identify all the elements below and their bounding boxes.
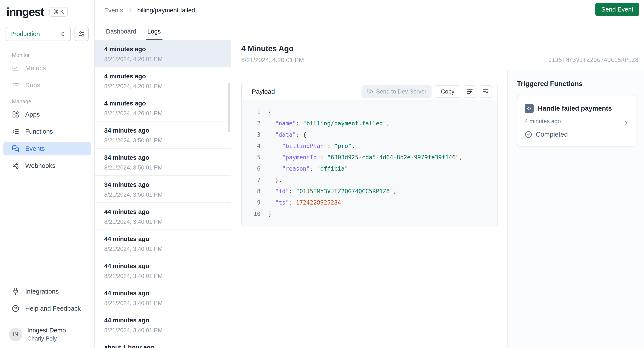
payload-card-header: Payload Send to Dev Server Copy [242, 83, 497, 100]
event-row-relative: 4 minutes ago [104, 46, 231, 53]
sidebar-item-label: Help and Feedback [25, 305, 81, 312]
top-bar: Events billing/payment.failed Dashboard … [94, 0, 644, 40]
code-line: 10 } [242, 208, 497, 220]
event-list-item[interactable]: 34 minutes ago 8/21/2024, 3:50:01 PM [94, 122, 231, 148]
event-row-timestamp: 8/21/2024, 4:20:01 PM [104, 83, 231, 90]
event-row-timestamp: 8/21/2024, 3:40:01 PM [104, 300, 231, 306]
app-window: inngest ⌘ K Production Monitor [0, 0, 644, 348]
sidebar-item-integrations[interactable]: Integrations [4, 284, 91, 298]
triggered-function-card[interactable]: Handle failed payments 4 minutes ago Com… [517, 95, 636, 146]
sidebar-item-events[interactable]: Events [4, 142, 91, 156]
sidebar-item-runs[interactable]: Runs [4, 78, 91, 92]
event-list-item[interactable]: 44 minutes ago 8/21/2024, 3:40:01 PM [94, 257, 231, 284]
line-number: 5 [242, 154, 260, 160]
code-line: 8 "id": "01J5TMY3VJTZ2QG74QCC5RP1Z8", [242, 186, 497, 197]
code-scrollbar-track[interactable] [492, 102, 492, 224]
logs-icon [12, 82, 19, 89]
send-to-dev-server-button[interactable]: Send to Dev Server [362, 86, 432, 98]
line-content: "billingPlan": "pro", [268, 142, 355, 149]
event-list-item[interactable]: about 1 hour ago [94, 338, 231, 348]
check-circle-icon [525, 131, 532, 138]
code-line: 1 { [242, 106, 497, 118]
event-detail-timestamp: 8/21/2024, 4:20:01 PM [241, 56, 304, 64]
event-list-item[interactable]: 44 minutes ago 8/21/2024, 3:40:01 PM [94, 284, 231, 311]
events-messages-icon [12, 145, 19, 152]
code-line: 7 }, [242, 174, 497, 186]
event-row-timestamp: 8/21/2024, 3:50:01 PM [104, 164, 231, 171]
event-list-item[interactable]: 44 minutes ago 8/21/2024, 3:40:01 PM [94, 203, 231, 230]
tab-dashboard[interactable]: Dashboard [104, 28, 138, 40]
event-row-relative: 34 minutes ago [104, 181, 231, 188]
event-list-item[interactable]: 44 minutes ago 8/21/2024, 3:40:01 PM [94, 230, 231, 257]
functions-prompt-icon [12, 128, 19, 135]
nav-section-monitor: Monitor [4, 52, 91, 58]
apps-shapes-icon [12, 111, 19, 118]
event-row-relative: 44 minutes ago [104, 236, 231, 242]
payload-code-area: 1 { 2 "name": "billing/payment.failed", … [242, 100, 497, 226]
sidebar-footer: Integrations Help and Feedback IN Innges… [0, 284, 94, 348]
event-detail-header: 4 Minutes Ago 8/21/2024, 4:20:01 PM 01J5… [231, 40, 644, 70]
send-event-button[interactable]: Send Event [595, 3, 639, 16]
breadcrumb-current: billing/payment.failed [137, 7, 195, 14]
event-list-scrollbar[interactable] [228, 83, 230, 132]
user-menu[interactable]: IN Inngest Demo Charly Poly [4, 321, 91, 348]
line-number: 10 [242, 210, 260, 217]
line-number: 1 [242, 109, 260, 115]
function-status-label: Completed [536, 131, 568, 138]
event-row-relative: 34 minutes ago [104, 127, 231, 134]
environment-selector-value: Production [10, 30, 40, 38]
breadcrumb-events-link[interactable]: Events [104, 7, 123, 14]
line-content: { [268, 109, 272, 115]
copy-button[interactable]: Copy [435, 86, 460, 98]
triggered-functions-heading: Triggered Functions [517, 80, 636, 88]
plug-icon [12, 288, 19, 295]
command-palette-shortcut[interactable]: ⌘ K [49, 7, 68, 17]
line-number: 4 [242, 142, 260, 149]
sidebar-item-label: Integrations [25, 288, 59, 295]
payload-card: Payload Send to Dev Server Copy [241, 83, 498, 226]
tab-logs[interactable]: Logs [146, 28, 162, 40]
sidebar-item-label: Metrics [25, 64, 46, 72]
expand-lines-button[interactable] [480, 86, 492, 98]
sidebar-item-metrics[interactable]: Metrics [4, 61, 91, 75]
sidebar-item-webhooks[interactable]: Webhooks [4, 159, 91, 172]
environment-settings-button[interactable] [74, 27, 88, 41]
user-subtitle: Charly Poly [27, 336, 66, 342]
chart-line-icon [12, 64, 19, 72]
word-wrap-button[interactable] [464, 86, 476, 98]
code-line: 9 "ts": 1724228925284 [242, 197, 497, 208]
event-list-item[interactable]: 34 minutes ago 8/21/2024, 3:50:01 PM [94, 176, 231, 203]
sidebar-item-functions[interactable]: Functions [4, 125, 91, 138]
user-name: Inngest Demo [27, 327, 66, 334]
line-number: 7 [242, 176, 260, 183]
event-row-timestamp: 8/21/2024, 3:50:01 PM [104, 137, 231, 144]
sidebar-item-label: Runs [25, 82, 40, 89]
code-line: 5 "paymentId": "6303d925-cda5-4d64-8b2e-… [242, 152, 497, 163]
event-detail: 4 Minutes Ago 8/21/2024, 4:20:01 PM 01J5… [231, 40, 644, 348]
payload-title: Payload [252, 88, 275, 95]
line-content: } [268, 210, 272, 217]
line-number: 6 [242, 165, 260, 172]
environment-selector[interactable]: Production [6, 27, 71, 41]
sidebar: inngest ⌘ K Production Monitor [0, 0, 94, 348]
triggered-functions-list: Handle failed payments 4 minutes ago Com… [517, 95, 636, 146]
sliders-icon [78, 30, 85, 37]
event-list-item[interactable]: 4 minutes ago 8/21/2024, 4:20:01 PM [94, 94, 231, 122]
code-function-icon [525, 104, 534, 113]
event-list-item[interactable]: 34 minutes ago 8/21/2024, 3:50:01 PM [94, 148, 231, 176]
sidebar-item-label: Functions [25, 128, 53, 135]
sidebar-item-label: Webhooks [25, 162, 55, 169]
sidebar-item-apps[interactable]: Apps [4, 108, 91, 121]
sidebar-item-help[interactable]: Help and Feedback [4, 302, 91, 315]
event-list-item[interactable]: 4 minutes ago 8/21/2024, 4:20:01 PM [94, 40, 231, 67]
event-list-item[interactable]: 44 minutes ago 8/21/2024, 3:40:01 PM [94, 311, 231, 338]
event-id: 01J5TMY3VJTZ2QG74QCC5RP1Z8 [548, 56, 638, 63]
event-detail-title: 4 Minutes Ago [241, 44, 304, 53]
triggered-functions-panel: Triggered Functions Handle failed paymen… [507, 70, 644, 348]
payload-section: Payload Send to Dev Server Copy [231, 70, 507, 348]
chevron-right-icon [623, 120, 630, 128]
event-list-item[interactable]: 4 minutes ago 8/21/2024, 4:20:01 PM [94, 67, 231, 94]
nav-section-manage: Manage [4, 98, 91, 104]
code-line: 6 "reason": "officia" [242, 163, 497, 174]
event-row-relative: about 1 hour ago [104, 344, 231, 348]
